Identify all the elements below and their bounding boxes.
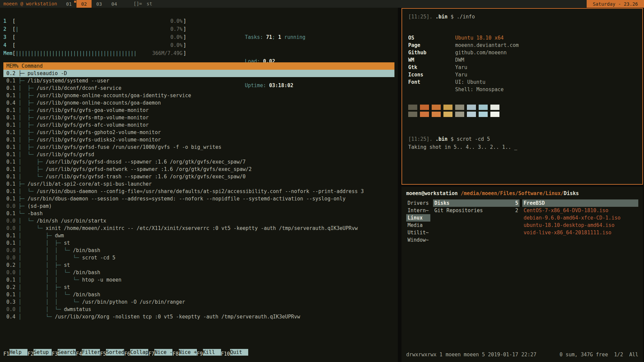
file-item-void-live-x86-64-20181111-iso[interactable]: void-live-x86_64-20181111.iso <box>522 229 638 236</box>
process-row[interactable]: 0.4│ ├─ /usr/lib/gnome-online-accounts/g… <box>3 99 394 107</box>
process-row[interactable]: 0.1│ ├─ /usr/lib/gvfs/gvfs-gphoto2-volum… <box>3 129 394 136</box>
fkey-number: F8 <box>172 351 178 357</box>
process-command: /usr/lib/gnome-online-accounts/goa-daemo… <box>37 99 161 107</box>
process-row[interactable]: 0.0│ └─ xinit /home/moeen/.xinitrc -- /e… <box>3 225 394 232</box>
process-row[interactable]: 0.1│ └─ /usr/lib/gvfs/gvfsd <box>3 151 394 158</box>
dir-item-media[interactable]: Media <box>406 222 430 229</box>
process-mem-percent: 0.2 <box>3 261 15 269</box>
file-item-centos-7-x86-64-dvd-1810-iso[interactable]: CentOS-7-x86_64-DVD-1810.iso <box>522 207 638 214</box>
fkey-F3[interactable]: F3Search <box>52 349 76 357</box>
process-row[interactable]: 0.3│ │ │ └─ /usr/bin/python -O /usr/bin/… <box>3 298 394 306</box>
process-tree-branch: │ │ ├─ <box>18 239 64 247</box>
ranger-terminal-window[interactable]: moeen@workstation /media/moeen/Files/Sof… <box>401 187 643 362</box>
meter-close-bracket: ] <box>183 50 186 56</box>
fkey-F6[interactable]: F6Collap <box>124 349 148 357</box>
dir-item-drivers[interactable]: Drivers <box>406 199 430 207</box>
fkey-F4[interactable]: F4Filter <box>76 349 100 357</box>
tag-04[interactable]: 04 <box>107 0 122 8</box>
dir-item-intern-[interactable]: Intern~ <box>406 207 430 214</box>
process-row[interactable]: 0.1│ └─ /usr/bin/dbus-daemon --config-fi… <box>3 188 394 195</box>
fkey-F9[interactable]: F9Kill <box>197 349 221 357</box>
file-item-debian-9-6-0-amd64-xfce-cd-1-iso[interactable]: debian-9.6.0-amd64-xfce-CD-1.iso <box>522 214 638 222</box>
dir-item-window-[interactable]: Window~ <box>406 236 430 244</box>
fkey-number: F2 <box>28 351 34 357</box>
ranger-preview-column: FreeBSDCentOS-7-x86_64-DVD-1810.isodebia… <box>522 199 638 244</box>
file-item-ubuntu-18-10-desktop-amd64-iso[interactable]: ubuntu-18.10-desktop-amd64.iso <box>522 222 638 229</box>
process-row[interactable]: 0.1│ ├─ /usr/lib/gvfs/gvfs-mtp-volume-mo… <box>3 114 394 121</box>
process-row[interactable]: 0.1│ ├─ /usr/lib/gvfs/gvfsd-dnssd --spaw… <box>3 158 394 166</box>
tag-03[interactable]: 03 <box>92 0 107 8</box>
fkey-number: F7 <box>148 351 154 357</box>
process-mem-percent: 0.1 <box>3 121 15 129</box>
focused-window-title: st <box>147 1 152 6</box>
ranger-path-title: moeen@workstation /media/moeen/Files/Sof… <box>406 190 638 197</box>
process-mem-percent: 0.1 <box>3 129 15 136</box>
process-row[interactable]: 0.4│ └─ /usr/lib/xorg/Xorg -nolisten tcp… <box>3 313 394 320</box>
process-row[interactable]: 0.0│ │ │ └─ /bin/bash <box>3 269 394 276</box>
process-row[interactable]: 0.1│ ├─ /usr/lib/gnome-online-accounts/g… <box>3 92 394 99</box>
entry-name: FreeBSD <box>524 199 545 207</box>
process-row[interactable]: 0.1├─ /usr/lib/at-spi2-core/at-spi-bus-l… <box>3 180 394 188</box>
fkey-F7[interactable]: F7Nice - <box>148 349 172 357</box>
process-row[interactable]: 0.1│ ├─ /usr/lib/gvfs/gvfs-udisks2-volum… <box>3 136 394 143</box>
process-row[interactable]: 0.1├─ /lib/systemd/systemd --user <box>3 77 394 84</box>
process-row[interactable]: 0.1│ │ │ └─ htop -u moeen <box>3 276 394 284</box>
process-mem-percent: 0.1 <box>3 180 15 188</box>
info-terminal-window[interactable]: [11:25]. .bin $ ./info OSUbuntu 18.10 x6… <box>401 8 643 185</box>
ranger-file-permissions: drwxrwxrwx 1 moeen moeen 5 2019-01-17 22… <box>406 351 536 358</box>
process-row[interactable]: 0.1│ ├─ /usr/lib/gvfs/gvfs-afc-volume-mo… <box>3 121 394 129</box>
process-row[interactable]: 0.1│ ├─ /usr/lib/gvfs/gvfsd-network --sp… <box>3 166 394 173</box>
info-row: Githubgithub.com/moeenn <box>408 49 636 56</box>
process-row[interactable]: 0.0│ │ │ └─ scrot -cd 5 <box>3 254 394 261</box>
process-row[interactable]: 0.0├─ (sd-pam) <box>3 202 394 210</box>
htop-columns-header[interactable]: MEM% Command <box>3 62 394 70</box>
meter-caption: 2 <box>3 26 12 32</box>
process-mem-percent: 0.0 <box>3 306 15 313</box>
process-tree-branch: │ ├─ <box>18 84 37 92</box>
fkey-F8[interactable]: F8Nice + <box>172 349 197 357</box>
process-mem-percent: 0.1 <box>3 173 15 180</box>
process-command: /usr/lib/gvfs/gvfs-afc-volume-monitor <box>37 121 149 129</box>
dir-item-git-repositories[interactable]: Git Repositories2 <box>433 207 520 214</box>
process-command: /usr/bin/dbus-daemon --session --address… <box>28 195 345 202</box>
meter-open-bracket: [ <box>12 42 15 48</box>
process-row[interactable]: 0.1│ ├─ dwm <box>3 232 394 239</box>
process-row[interactable]: 0.1│ │ │ └─ /bin/bash <box>3 291 394 298</box>
layout-symbol[interactable]: []= <box>133 1 142 6</box>
palette-swatch <box>432 112 441 117</box>
process-mem-percent: 0.1 <box>3 239 15 247</box>
process-row[interactable]: 0.1│ ├─ /usr/lib/gvfs/gvfs-goa-volume-mo… <box>3 107 394 114</box>
process-row[interactable]: 0.1├─ /usr/bin/dbus-daemon --session --a… <box>3 195 394 202</box>
cpu-meter-4: 4 [0.0%] <box>3 41 186 49</box>
entry-name: CentOS-7-x86_64-DVD-1810.iso <box>524 207 608 214</box>
entry-name: Utilit~ <box>408 229 429 236</box>
process-row[interactable]: 0.0│ │ │ └─ /bin/bash <box>3 247 394 254</box>
dir-item-utilit-[interactable]: Utilit~ <box>406 229 430 236</box>
process-row[interactable]: 0.2├─ pulseaudio -D <box>3 70 394 77</box>
fkey-F5[interactable]: F5Sorted <box>100 349 124 357</box>
cpu-meter-1: 1 [0.0%] <box>3 17 186 25</box>
process-mem-percent: 0.0 <box>3 225 15 232</box>
process-row[interactable]: 0.1└─ -bash <box>3 210 394 217</box>
tag-02[interactable]: 02 <box>76 0 92 8</box>
process-tree-branch: │ │ │ └─ <box>18 276 82 284</box>
dir-item-disks[interactable]: Disks5 <box>433 199 520 207</box>
process-row[interactable]: 0.2│ │ ├─ st <box>3 284 394 291</box>
file-item-freebsd[interactable]: FreeBSD <box>522 199 638 207</box>
process-row[interactable]: 0.1│ ├─ /usr/lib/dconf/dconf-service <box>3 84 394 92</box>
fkey-F1[interactable]: F1Help <box>3 349 28 357</box>
process-mem-percent: 0.1 <box>3 166 15 173</box>
fkey-F10[interactable]: F10Quit <box>221 349 248 357</box>
process-row[interactable]: 0.0│ │ └─ dwmstatus <box>3 306 394 313</box>
process-mem-percent: 0.1 <box>3 151 15 158</box>
palette-swatch <box>455 105 464 110</box>
process-row[interactable]: 0.1│ └─ /usr/lib/gvfs/gvfsd-trash --spaw… <box>3 173 394 180</box>
fkey-F2[interactable]: F2Setup <box>28 349 52 357</box>
process-row[interactable]: 0.0│ └─ /bin/sh /usr/bin/startx <box>3 217 394 225</box>
meter-close-bracket: ] <box>183 34 186 40</box>
process-row[interactable]: 0.2│ │ ├─ st <box>3 261 394 269</box>
process-row[interactable]: 0.1│ │ ├─ st <box>3 239 394 247</box>
meter-caption: Mem <box>3 50 12 56</box>
process-row[interactable]: 0.1│ ├─ /usr/lib/gvfs/gvfsd-fuse /run/us… <box>3 143 394 151</box>
dir-item-linux[interactable]: Linux <box>406 214 430 222</box>
